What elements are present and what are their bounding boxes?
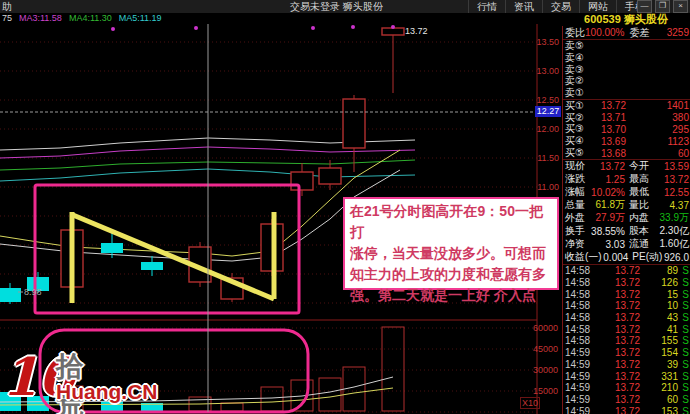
top-menu-item[interactable]: 交易 [542, 0, 579, 13]
ma-value: 75 [2, 13, 12, 24]
tick-row: 14:58 13.72 126 S [563, 277, 690, 289]
weicha-label: 委差 [630, 26, 650, 40]
tick-row: 14:59 13.72 60 S [563, 394, 690, 406]
weibi-label: 委比 [565, 26, 585, 40]
annotation-note: 在21号分时图高开在9：50一把打涨停，当天量没放多少。可想而知主力的上攻的力度… [343, 197, 559, 290]
ask-levels: 卖⑤ 卖④ 卖③ 卖② 卖① [563, 40, 690, 99]
top-menu-item[interactable]: 资讯 [505, 0, 542, 13]
tick-row: 14:59 13.72 39 S [563, 358, 690, 370]
info-row: 外盘 27.9万 内盘 33.9万 [563, 212, 690, 225]
menu-help[interactable]: 助 [0, 0, 62, 13]
window-control-button[interactable]: — [637, 0, 652, 13]
info-row: 总量 61.8万 量比 4.37 [563, 199, 690, 212]
window-title: 交易未登录 狮头股份 [290, 0, 383, 13]
top-menu-item[interactable]: 网站 [579, 0, 616, 13]
info-row: 换手 38.55% 股本 2.30亿 [563, 225, 690, 238]
info-row: 收益(一) 0.004 PE(动) 926.0 [563, 251, 690, 264]
annotation-line: 涨停，当天量没放多少。可想而 [350, 243, 552, 264]
tick-row: 14:59 13.72 154 S [563, 347, 690, 359]
tick-row: 14:59 13.72 331 S [563, 370, 690, 382]
ma-values-bar: 75MA3:11.58MA4:11.30MA5:11.19 [0, 13, 562, 24]
stock-header: 600539 狮头股份 [562, 13, 690, 26]
trading-app-window: 13.5013.0012.5012.0011.5011.006000045000… [0, 0, 690, 414]
annotation-line: 知主力的上攻的力度和意愿有多 [350, 264, 552, 285]
ma-value: MA3:11.58 [19, 13, 62, 24]
tick-row: 14:58 13.72 15 S [563, 288, 690, 300]
info-row: 涨跌 1.25 最高 13.72 [563, 173, 690, 186]
info-row: 净资 3.03 流通 1.60亿 [563, 238, 690, 251]
stock-code: 600539 [584, 13, 621, 25]
tick-row: 14:58 13.72 41 S [563, 323, 690, 335]
bid-levels: 买① 13.72 1401 买② 13.71 380 买③ 13.70 295 … [563, 100, 690, 159]
info-row: 涨幅 10.02% 最低 12.55 [563, 186, 690, 199]
quote-panel: 委比 100.00% 委差 3259 卖⑤ 卖④ 卖③ 卖② [562, 26, 690, 414]
tick-row: 14:59 13.72 210 S [563, 382, 690, 394]
stock-name: 狮头股份 [624, 13, 668, 25]
weibi-value: 100.00% [585, 27, 625, 38]
stock-info-rows: 现价 13.72 今开 13.59 涨跌 1.25 最高 13.72 涨幅 10… [563, 160, 690, 264]
window-control-button[interactable]: ❐ [655, 0, 670, 13]
tick-row: 14:59 13.72 153 S [563, 405, 690, 414]
annotation-line: 强。第二天就是一上好 介入点 [350, 285, 552, 306]
top-menu-item[interactable]: 行情 [468, 0, 505, 13]
tick-row: 14:58 13.72 89 S [563, 265, 690, 277]
window-controls: —❐× [637, 0, 688, 13]
tick-row: 14:58 13.72 155 S [563, 335, 690, 347]
ask-row: 卖① [563, 87, 690, 99]
weibi-row: 委比 100.00% 委差 3259 [563, 26, 690, 40]
ma-value: MA4:11.30 [69, 13, 112, 24]
ma-value: MA5:11.19 [119, 13, 162, 24]
info-row: 现价 13.72 今开 13.59 [563, 160, 690, 173]
bid-row: 买⑤ 13.68 60 [563, 147, 690, 159]
tick-row: 14:58 13.72 10 S [563, 300, 690, 312]
top-menu: 行情资讯交易网站手机 [468, 0, 653, 13]
title-bar: 助 交易未登录 狮头股份 行情资讯交易网站手机 —❐× [0, 0, 690, 13]
window-control-button[interactable]: × [673, 0, 688, 13]
tick-row: 14:58 13.72 43 S [563, 312, 690, 324]
tick-list: 14:58 13.72 89 S 14:58 13.72 126 S 14:58… [563, 265, 690, 414]
annotation-line: 在21号分时图高开在9：50一把打 [350, 201, 552, 243]
weicha-value: 3259 [650, 27, 690, 38]
